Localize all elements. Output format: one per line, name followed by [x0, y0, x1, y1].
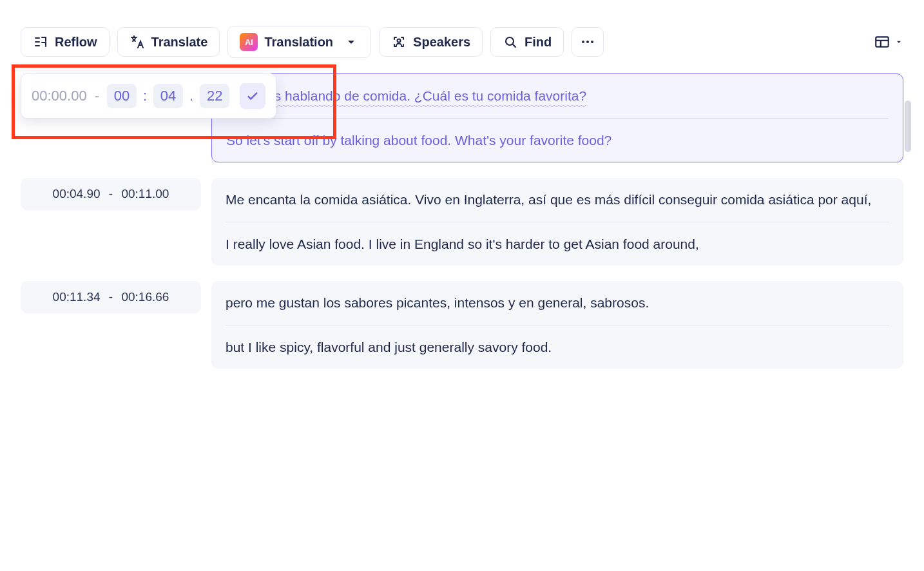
segment-divider — [226, 325, 889, 325]
time-editor[interactable]: 00:00.00 - 00 : 04 . 22 — [21, 73, 276, 119]
translate-label: Translate — [151, 35, 208, 50]
segment-divider — [226, 118, 889, 119]
chevron-down-icon — [894, 37, 903, 46]
speakers-icon — [391, 34, 407, 50]
time-range[interactable]: 00:04.90 - 00:11.00 — [21, 178, 201, 210]
svg-point-0 — [398, 39, 401, 43]
speakers-label: Speakers — [413, 35, 470, 50]
segment-source-text[interactable]: pecemos hablando de comida. ¿Cuál es tu … — [226, 86, 889, 106]
check-icon — [245, 89, 260, 103]
svg-point-3 — [586, 41, 589, 43]
time-start: 00:04.90 — [53, 187, 101, 200]
reflow-label: Reflow — [55, 35, 97, 50]
toolbar: Reflow Translate AI Translation — [21, 26, 903, 58]
svg-point-4 — [591, 41, 593, 43]
chevron-down-icon — [343, 34, 359, 50]
search-icon — [503, 34, 518, 50]
time-editor-start: 00:00.00 — [32, 88, 87, 104]
time-editor-end-seconds[interactable]: 04 — [153, 84, 183, 108]
segment-body[interactable]: pecemos hablando de comida. ¿Cuál es tu … — [211, 73, 903, 162]
time-end: 00:16.66 — [121, 290, 169, 304]
ai-badge-icon: AI — [240, 33, 258, 51]
segment-body[interactable]: Me encanta la comida asiática. Vivo en I… — [211, 178, 903, 266]
segment-row: 00:04.90 - 00:11.00 Me encanta la comida… — [21, 178, 903, 266]
segment-source-text[interactable]: pero me gustan los sabores picantes, int… — [226, 293, 889, 313]
time-range[interactable]: 00:11.34 - 00:16.66 — [21, 281, 201, 313]
reflow-icon — [33, 34, 48, 50]
svg-rect-5 — [876, 37, 889, 46]
time-start: 00:11.34 — [53, 290, 101, 304]
svg-point-2 — [582, 41, 584, 43]
editor-container: Reflow Translate AI Translation — [10, 10, 914, 369]
segment-row: 00:11.34 - 00:16.66 pero me gustan los s… — [21, 281, 903, 369]
layout-icon — [874, 34, 890, 50]
segment-source-text[interactable]: Me encanta la comida asiática. Vivo en I… — [226, 189, 889, 210]
segment-body[interactable]: pero me gustan los sabores picantes, int… — [211, 281, 903, 369]
scrollbar-thumb[interactable] — [905, 101, 911, 152]
segment-translation-text[interactable]: but I like spicy, flavorful and just gen… — [226, 337, 889, 358]
find-button[interactable]: Find — [490, 27, 564, 57]
transcript: 00:00.00 - 00:04.22 pecemos hablando de … — [21, 73, 903, 369]
reflow-button[interactable]: Reflow — [21, 27, 110, 57]
layout-toggle[interactable] — [874, 34, 903, 50]
more-button[interactable] — [572, 27, 604, 57]
segment-divider — [226, 222, 889, 222]
dot-separator: . — [189, 88, 193, 104]
segment-translation-text[interactable]: So let's start off by talking about food… — [226, 130, 889, 151]
translation-dropdown[interactable]: AI Translation — [227, 26, 371, 58]
time-editor-dash: - — [95, 88, 99, 104]
svg-point-1 — [506, 37, 514, 45]
more-horizontal-icon — [580, 34, 595, 50]
time-end: 00:11.00 — [121, 187, 169, 200]
translate-button[interactable]: Translate — [117, 27, 220, 57]
time-editor-end-minutes[interactable]: 00 — [107, 84, 137, 108]
segment-translation-text[interactable]: I really love Asian food. I live in Engl… — [226, 234, 889, 255]
find-label: Find — [525, 35, 552, 50]
time-editor-end-centiseconds[interactable]: 22 — [200, 84, 229, 108]
translation-label: Translation — [264, 35, 333, 50]
speakers-button[interactable]: Speakers — [379, 27, 483, 57]
colon-separator: : — [143, 88, 147, 104]
translate-icon — [130, 34, 145, 50]
confirm-button[interactable] — [240, 83, 265, 109]
